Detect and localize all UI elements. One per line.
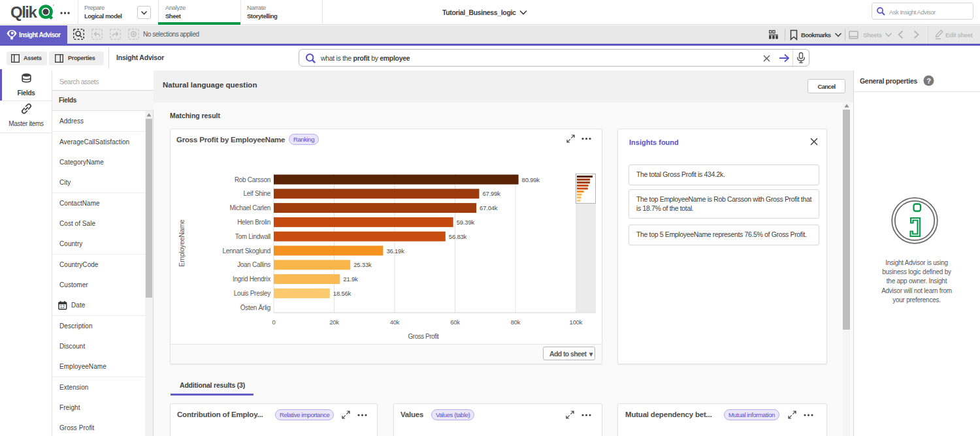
svg-text:25.33k: 25.33k (353, 261, 372, 268)
svg-text:Tom Lindwall: Tom Lindwall (235, 233, 270, 240)
svg-text:40k: 40k (390, 319, 400, 326)
svg-text:56.83k: 56.83k (449, 233, 467, 240)
svg-text:36.19k: 36.19k (386, 247, 404, 255)
svg-text:EmployeeName: EmployeeName (178, 219, 186, 267)
svg-text:Gross Profit: Gross Profit (408, 333, 440, 340)
svg-text:100k: 100k (570, 319, 583, 326)
svg-text:60k: 60k (450, 319, 460, 326)
svg-text:0: 0 (272, 319, 275, 326)
svg-text:67.04k: 67.04k (480, 204, 498, 211)
svg-text:Helen Brolin: Helen Brolin (237, 219, 270, 226)
svg-text:Lennart Skoglund: Lennart Skoglund (222, 247, 270, 255)
svg-text:Leif Shine: Leif Shine (244, 190, 271, 197)
svg-text:18.56k: 18.56k (333, 290, 351, 297)
svg-text:80.99k: 80.99k (522, 176, 540, 183)
svg-text:?: ? (926, 77, 931, 85)
svg-text:20k: 20k (329, 319, 339, 326)
svg-text:Louis Presley: Louis Presley (234, 290, 270, 297)
svg-text:12: 12 (60, 304, 65, 309)
svg-text:59.39k: 59.39k (457, 219, 475, 226)
svg-text:67.99k: 67.99k (483, 190, 501, 197)
svg-text:Ingrid Hendrix: Ingrid Hendrix (233, 275, 270, 283)
svg-text:Rob Carsson: Rob Carsson (235, 176, 270, 183)
svg-text:21.9k: 21.9k (343, 275, 358, 283)
svg-text:Östen Ärlig: Östen Ärlig (240, 304, 270, 311)
svg-text:Michael Carlen: Michael Carlen (230, 204, 271, 211)
svg-text:80k: 80k (511, 319, 521, 326)
svg-text:Joan Callins: Joan Callins (237, 261, 270, 268)
svg-text:Qlik: Qlik (10, 3, 38, 21)
